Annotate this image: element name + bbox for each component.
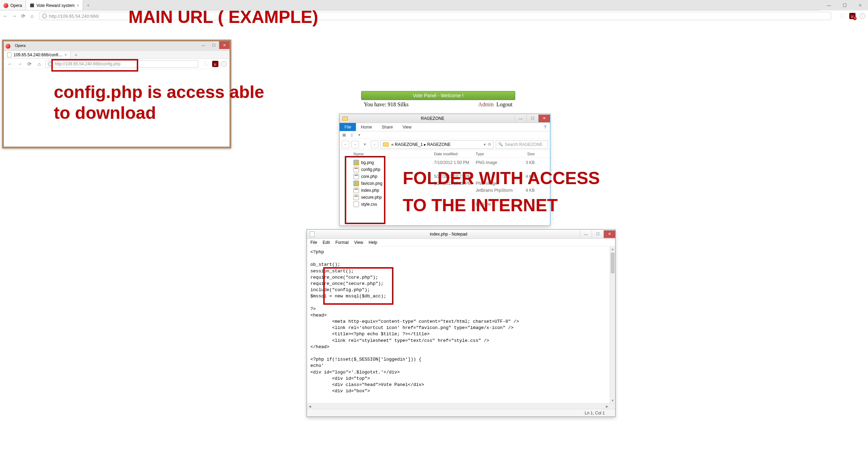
notepad-maximize-button[interactable]: ☐: [592, 230, 603, 238]
scrollbar-horizontal[interactable]: ◀ ▶: [307, 403, 615, 409]
scroll-thumb[interactable]: [611, 253, 615, 273]
search-placeholder: Search RAGEZONE: [505, 142, 543, 147]
chevron-down-icon[interactable]: ▾: [484, 142, 486, 147]
back-icon[interactable]: ←: [7, 60, 14, 67]
col-type[interactable]: Type: [476, 152, 514, 156]
home-icon[interactable]: ⌂: [30, 13, 35, 19]
ribbon-view[interactable]: View: [398, 123, 416, 131]
cursor-position: Ln 1, Col 1: [585, 411, 605, 415]
menu-format[interactable]: Format: [335, 240, 349, 245]
annotation-main-url: MAIN URL ( EXAMPLE): [128, 7, 318, 27]
close-icon[interactable]: ×: [65, 52, 67, 57]
globe-icon: ◯: [42, 14, 47, 18]
col-name[interactable]: Name: [353, 152, 434, 156]
highlight-box-code: [323, 267, 393, 305]
menu-file[interactable]: File: [310, 240, 317, 245]
tab-active-label: Vote Reward system: [36, 3, 75, 8]
annotation-folder-l2: TO THE INTERNET: [403, 192, 600, 219]
menu-edit[interactable]: Edit: [323, 240, 330, 245]
col-date[interactable]: Date modified: [434, 152, 476, 156]
forward-icon[interactable]: →: [12, 13, 17, 19]
small-tab-active[interactable]: 109.65.54.240:666/confi… ×: [4, 51, 71, 58]
folder-icon: [342, 116, 348, 121]
nav-history-icon[interactable]: ▾: [361, 141, 369, 148]
file-size: 3 KB: [514, 160, 535, 165]
ribbon-home[interactable]: Home: [356, 123, 377, 131]
tab-favicon-icon: ⬛: [30, 3, 34, 8]
nav-back-button[interactable]: ←: [342, 141, 349, 148]
refresh-icon[interactable]: ⟳: [488, 142, 491, 147]
menu-view[interactable]: View: [354, 240, 363, 245]
bookmark-heart-icon[interactable]: ♡: [840, 12, 845, 20]
home-icon[interactable]: ⌂: [36, 60, 43, 67]
small-maximize-button[interactable]: ☐: [209, 41, 219, 49]
bookmark-heart-icon[interactable]: ♡: [204, 60, 209, 68]
nav-path[interactable]: « RAGEZONE_1 ▸ RAGEZONE ▾ ⟳: [381, 140, 494, 149]
highlight-box-files: [345, 156, 385, 224]
menu-help[interactable]: Help: [369, 240, 377, 245]
back-icon[interactable]: ←: [3, 13, 8, 19]
tab-opera-menu[interactable]: Opera: [0, 0, 26, 10]
window-minimize-button[interactable]: —: [821, 0, 837, 10]
nav-up-button[interactable]: ↑: [371, 141, 378, 148]
ribbon-file[interactable]: File: [340, 123, 356, 131]
vote-logout-link[interactable]: Logout: [496, 101, 512, 108]
ublock-badge: 3: [853, 17, 857, 20]
small-opera-label: Opera: [12, 43, 26, 48]
notepad-icon: [310, 231, 315, 237]
small-minimize-button[interactable]: —: [198, 41, 209, 49]
scroll-right-icon[interactable]: ▶: [604, 404, 610, 409]
scroll-up-icon[interactable]: ▲: [610, 246, 615, 252]
explorer-close-button[interactable]: ✕: [538, 115, 550, 122]
forward-icon[interactable]: →: [16, 60, 23, 67]
new-tab-button[interactable]: +: [83, 0, 93, 10]
col-size[interactable]: Size: [514, 152, 535, 156]
info-icon[interactable]: i: [860, 13, 865, 19]
annotation-config-l1: config.php is access able: [54, 82, 264, 102]
nav-path-text: « RAGEZONE_1 ▸ RAGEZONE: [391, 142, 451, 147]
ublock-icon[interactable]: µ3: [849, 13, 856, 19]
highlight-box-url: [51, 59, 138, 72]
annotation-folder: FOLDER WITH ACCESS TO THE INTERNET: [403, 165, 600, 219]
vote-silks-text: You have: 918 Silks: [364, 101, 478, 108]
scrollbar-vertical[interactable]: ▲ ▼: [610, 246, 615, 403]
small-tab-label: 109.65.54.240:666/confi…: [14, 52, 62, 57]
small-opera-menu[interactable]: [4, 41, 12, 51]
ribbon-help-icon[interactable]: ?: [540, 123, 550, 131]
close-icon[interactable]: ×: [77, 3, 79, 8]
opera-logo-icon: [3, 3, 8, 8]
explorer-title: RAGEZONE: [351, 116, 515, 121]
scroll-left-icon[interactable]: ◀: [307, 404, 312, 409]
search-icon: 🔍: [498, 142, 503, 147]
explorer-minimize-button[interactable]: —: [515, 115, 526, 122]
nav-forward-button[interactable]: →: [351, 141, 359, 148]
explorer-maximize-button[interactable]: ☐: [526, 115, 538, 122]
reload-icon[interactable]: ⟳: [26, 60, 33, 67]
vote-panel-header: Vote Panel - Welcome !: [361, 91, 515, 100]
file-date: 7/10/2012 1:50 PM: [434, 160, 476, 165]
ublock-icon[interactable]: µ: [212, 61, 218, 67]
quick-props-icon[interactable]: ▦: [342, 133, 347, 138]
ribbon-share[interactable]: Share: [377, 123, 398, 131]
small-close-button[interactable]: ✕: [219, 41, 229, 49]
scroll-down-icon[interactable]: ▼: [610, 398, 615, 403]
vote-panel: Vote Panel - Welcome ! You have: 918 Sil…: [361, 91, 515, 109]
small-new-tab-button[interactable]: +: [71, 51, 81, 58]
vote-admin-link[interactable]: Admin: [478, 101, 493, 108]
address-bar-text: http://109.65.54.240:666/: [49, 14, 99, 19]
annotation-config-l2: to download: [54, 102, 264, 123]
window-maximize-button[interactable]: ☐: [837, 0, 852, 10]
annotation-folder-l1: FOLDER WITH ACCESS: [403, 165, 600, 192]
quick-dropdown-icon[interactable]: ▾: [357, 133, 362, 138]
explorer-search-input[interactable]: 🔍 Search RAGEZONE: [496, 140, 548, 149]
tab-active[interactable]: ⬛ Vote Reward system ×: [26, 0, 83, 10]
notepad-minimize-button[interactable]: —: [580, 230, 592, 238]
file-icon: [7, 52, 11, 57]
reload-icon[interactable]: ⟳: [20, 13, 26, 19]
quick-new-icon[interactable]: ▯: [349, 133, 354, 138]
notepad-status-bar: Ln 1, Col 1: [307, 409, 615, 417]
window-close-button[interactable]: ✕: [852, 0, 868, 10]
notepad-close-button[interactable]: ✕: [603, 230, 615, 238]
info-icon[interactable]: i: [221, 61, 227, 67]
opera-logo-icon: [6, 44, 10, 49]
